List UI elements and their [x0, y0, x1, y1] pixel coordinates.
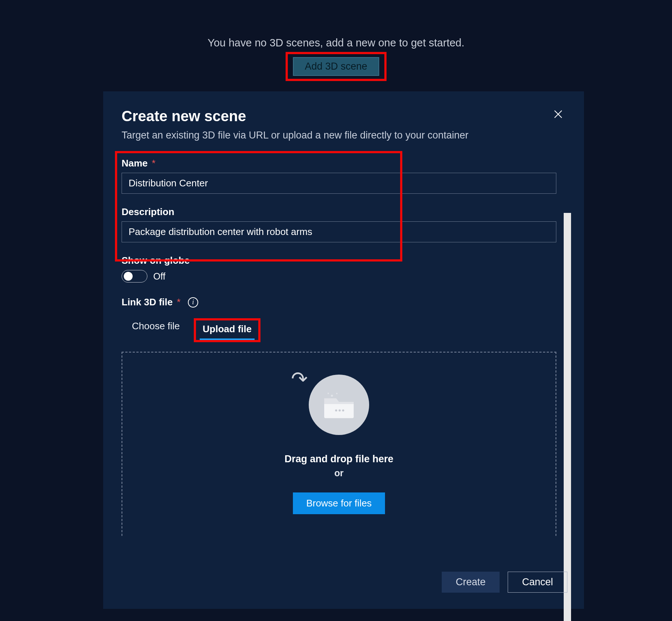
- show-on-globe-label: Show on globe: [122, 255, 556, 266]
- description-label: Description: [122, 206, 556, 218]
- show-on-globe-toggle[interactable]: [122, 270, 147, 283]
- dropzone-or-text: or: [335, 468, 344, 478]
- cancel-button[interactable]: Cancel: [508, 572, 567, 593]
- arrow-icon: ↷: [291, 367, 308, 390]
- empty-state-message: You have no 3D scenes, add a new one to …: [0, 37, 672, 49]
- toggle-knob: [124, 272, 133, 281]
- svg-point-3: [336, 393, 337, 394]
- required-marker: *: [152, 158, 155, 169]
- svg-point-5: [339, 409, 341, 411]
- link-3d-file-label: Link 3D file * i: [122, 297, 556, 308]
- dialog-scrollbar[interactable]: [564, 213, 571, 621]
- name-label-text: Name: [122, 158, 148, 169]
- browse-files-button[interactable]: Browse for files: [293, 492, 385, 514]
- dialog-title: Create new scene: [122, 108, 567, 124]
- svg-point-6: [342, 409, 344, 411]
- upload-dropzone[interactable]: ↷ Drag and drop: [122, 352, 556, 536]
- dialog-footer: Create Cancel: [442, 572, 567, 593]
- close-button[interactable]: [551, 107, 566, 122]
- upload-tab-highlight-box: Upload file: [194, 318, 260, 342]
- name-input[interactable]: [122, 173, 556, 194]
- required-marker: *: [177, 297, 181, 308]
- link-3d-file-text: Link 3D file: [122, 297, 173, 308]
- toggle-state-label: Off: [153, 271, 165, 282]
- file-source-tabs: Choose file Upload file: [129, 318, 556, 342]
- close-icon: [553, 109, 563, 119]
- dialog-subtitle: Target an existing 3D file via URL or up…: [122, 130, 567, 141]
- name-field-block: Name *: [122, 158, 556, 194]
- tab-upload-file[interactable]: Upload file: [200, 321, 255, 340]
- show-on-globe-block: Show on globe Off: [122, 255, 556, 283]
- tab-choose-file[interactable]: Choose file: [129, 318, 183, 342]
- dropzone-text: Drag and drop file here: [284, 453, 393, 465]
- svg-point-4: [335, 409, 337, 411]
- svg-point-2: [331, 394, 333, 397]
- info-icon[interactable]: i: [188, 297, 198, 308]
- name-label: Name *: [122, 158, 556, 169]
- description-field-block: Description: [122, 206, 556, 242]
- upload-folder-icon: [309, 375, 369, 435]
- create-scene-dialog: Create new scene Target an existing 3D f…: [103, 91, 584, 609]
- add-scene-highlight-box: Add 3D scene: [286, 52, 386, 81]
- create-button[interactable]: Create: [442, 572, 500, 593]
- description-input[interactable]: [122, 221, 556, 242]
- add-3d-scene-button[interactable]: Add 3D scene: [293, 57, 379, 76]
